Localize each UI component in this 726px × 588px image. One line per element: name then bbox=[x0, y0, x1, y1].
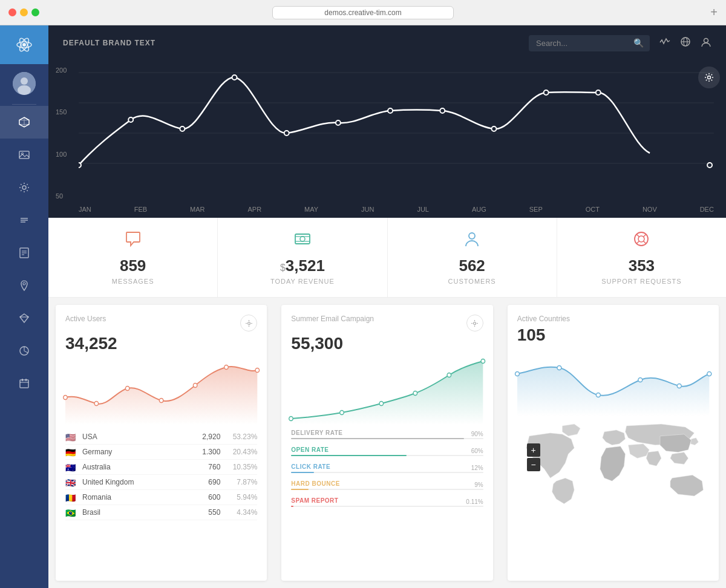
search-icon: 🔍 bbox=[633, 38, 644, 48]
email-campaign-panel: Summer Email Campaign 55,300 bbox=[281, 305, 492, 581]
stats-row: 859 MESSAGES $3,521 TODAY REVENUE bbox=[48, 218, 726, 298]
search-input[interactable] bbox=[529, 35, 650, 51]
x-nov: NOV bbox=[643, 206, 657, 213]
bounce-bar-bg: 9% bbox=[291, 489, 483, 490]
svg-point-65 bbox=[289, 417, 293, 421]
y-label-150: 150 bbox=[56, 108, 67, 116]
map-zoom-out-button[interactable]: − bbox=[527, 458, 540, 471]
country-name-br: Brasil bbox=[82, 508, 208, 517]
bounce-pct: 9% bbox=[474, 482, 483, 488]
sidebar-item-calendar[interactable] bbox=[0, 367, 48, 400]
flag-de: 🇩🇪 bbox=[65, 448, 77, 456]
delivery-label: DELIVERY RATE bbox=[291, 430, 483, 436]
y-label-200: 200 bbox=[56, 67, 67, 74]
svg-point-60 bbox=[159, 399, 163, 403]
sidebar-item-pie[interactable] bbox=[0, 335, 48, 367]
email-row-delivery: DELIVERY RATE 90% bbox=[291, 430, 483, 439]
svg-line-55 bbox=[637, 241, 639, 244]
browser-url: demos.creative-tim.com bbox=[272, 6, 454, 19]
x-jan: JAN bbox=[79, 206, 91, 213]
svg-point-43 bbox=[707, 163, 712, 168]
support-label: SUPPORT REQUESTS bbox=[601, 278, 681, 285]
open-pct: 60% bbox=[471, 448, 483, 454]
email-campaign-title: Summer Email Campaign bbox=[291, 315, 374, 323]
active-countries-panel: Active Countries 105 bbox=[508, 305, 719, 581]
chart-settings-button[interactable] bbox=[698, 67, 720, 88]
messages-icon bbox=[124, 230, 142, 252]
sidebar-item-settings[interactable] bbox=[0, 171, 48, 204]
open-label: OPEN RATE bbox=[291, 446, 483, 453]
table-row: 🇩🇪 Germany 1.300 20.43% bbox=[65, 445, 257, 460]
activity-icon[interactable] bbox=[659, 36, 670, 50]
stat-customers: 562 CUSTOMERS bbox=[388, 218, 557, 297]
country-num-de: 1.300 bbox=[202, 448, 220, 456]
messages-label: MESSAGES bbox=[112, 278, 154, 285]
svg-line-54 bbox=[644, 234, 646, 237]
gear-icon bbox=[704, 73, 714, 82]
click-bar-fill bbox=[291, 472, 314, 473]
dot-red[interactable] bbox=[8, 8, 16, 16]
svg-point-64 bbox=[474, 322, 476, 324]
flag-br: 🇧🇷 bbox=[65, 508, 77, 517]
svg-point-67 bbox=[379, 402, 384, 406]
svg-rect-45 bbox=[295, 234, 310, 244]
svg-point-61 bbox=[193, 384, 197, 388]
open-bar-bg: 60% bbox=[291, 455, 483, 456]
customers-icon bbox=[463, 230, 481, 252]
sidebar-logo[interactable] bbox=[0, 25, 48, 64]
email-row-bounce: HARD BOUNCE 9% bbox=[291, 480, 483, 490]
svg-point-56 bbox=[247, 322, 250, 324]
delivery-pct: 90% bbox=[471, 431, 483, 437]
world-map-container: + − bbox=[517, 421, 709, 508]
svg-point-27 bbox=[704, 39, 708, 43]
flag-usa: 🇺🇸 bbox=[65, 433, 77, 441]
svg-point-62 bbox=[224, 365, 229, 370]
svg-point-63 bbox=[255, 368, 260, 373]
browser-dots bbox=[8, 8, 39, 16]
active-countries-title: Active Countries bbox=[517, 315, 570, 323]
country-num-br: 550 bbox=[208, 508, 220, 517]
globe-icon[interactable] bbox=[680, 36, 691, 50]
country-num-ro: 600 bbox=[208, 493, 220, 501]
list-icon bbox=[18, 214, 30, 226]
dot-yellow[interactable] bbox=[20, 8, 28, 16]
map-zoom-in-button[interactable]: + bbox=[527, 443, 540, 457]
sidebar-item-dashboard[interactable] bbox=[0, 106, 48, 139]
chart-x-labels: JAN FEB MAR APR MAY JUN JUL AUG SEP OCT … bbox=[79, 206, 714, 213]
dollar-sign: $ bbox=[280, 263, 286, 273]
user-icon[interactable] bbox=[701, 36, 711, 50]
country-pct-gb: 7.87% bbox=[230, 478, 257, 486]
brand-text: DEFAULT BRAND TEXT bbox=[63, 39, 529, 47]
active-users-settings-button[interactable] bbox=[240, 315, 257, 332]
active-users-panel: Active Users 34,252 bbox=[56, 305, 267, 581]
x-jun: JUN bbox=[361, 206, 374, 213]
email-campaign-chart bbox=[291, 358, 483, 425]
diamond-icon bbox=[18, 312, 30, 324]
chart-svg bbox=[79, 67, 714, 200]
customers-label: CUSTOMERS bbox=[448, 278, 496, 285]
svg-point-72 bbox=[557, 366, 561, 370]
sidebar-avatar[interactable] bbox=[0, 64, 48, 103]
revenue-label: TODAY REVENUE bbox=[270, 278, 335, 285]
x-may: MAY bbox=[304, 206, 318, 213]
country-pct-ro: 5.94% bbox=[230, 493, 257, 501]
email-settings-button[interactable] bbox=[466, 315, 483, 332]
browser-add-tab[interactable]: + bbox=[710, 5, 718, 19]
x-dec: DEC bbox=[700, 206, 714, 213]
sidebar-item-list[interactable] bbox=[0, 204, 48, 237]
main-chart: 200 150 100 50 bbox=[48, 60, 726, 218]
sidebar-item-images[interactable] bbox=[0, 139, 48, 171]
svg-point-74 bbox=[638, 378, 642, 382]
chart-y-labels: 200 150 100 50 bbox=[56, 67, 67, 200]
dot-green[interactable] bbox=[31, 8, 39, 16]
globe-svg bbox=[680, 36, 691, 47]
sidebar-item-diamond[interactable] bbox=[0, 302, 48, 335]
country-pct-usa: 53.23% bbox=[230, 433, 257, 441]
sidebar-item-location[interactable] bbox=[0, 269, 48, 302]
settings-icon bbox=[18, 181, 30, 194]
delivery-bar-fill bbox=[291, 438, 464, 439]
sidebar-item-notes[interactable] bbox=[0, 237, 48, 269]
email-row-spam: SPAM REPORT 0.11% bbox=[291, 497, 483, 507]
sidebar bbox=[0, 25, 48, 588]
browser-chrome: demos.creative-tim.com + bbox=[0, 0, 726, 25]
